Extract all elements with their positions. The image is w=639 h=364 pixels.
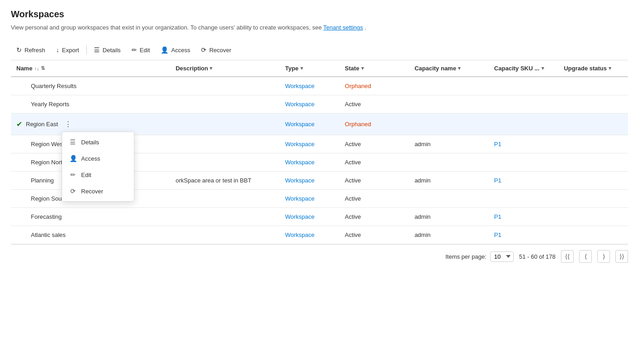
- context-recover[interactable]: ⟳ Recover: [62, 183, 134, 199]
- col-header-name[interactable]: Name ↑↓ ⇅: [11, 60, 170, 77]
- filter-icon-name: ⇅: [41, 65, 45, 71]
- type-value: Workspace: [285, 83, 315, 89]
- col-header-upgrade-status[interactable]: Upgrade status ▾: [558, 60, 628, 77]
- cell-capacity-sku: P1: [489, 226, 559, 244]
- workspace-name: Yearly Reports: [31, 101, 69, 108]
- page-container: Workspaces View personal and group works…: [0, 0, 639, 277]
- per-page-select[interactable]: 10 25 50 100: [490, 251, 514, 262]
- refresh-button[interactable]: ↻ Refresh: [11, 44, 51, 56]
- items-per-page: Items per page: 10 25 50 100: [445, 251, 513, 262]
- workspace-name: Region North: [31, 159, 66, 166]
- tenant-settings-link[interactable]: Tenant settings: [323, 24, 363, 31]
- col-header-state[interactable]: State ▾: [339, 60, 409, 77]
- cell-capacity-name: [409, 77, 488, 95]
- cell-type: Workspace: [280, 208, 339, 226]
- cell-capacity-sku: [489, 95, 559, 113]
- cell-upgrade-status: [558, 208, 628, 226]
- cell-type: Workspace: [280, 113, 339, 135]
- state-value: Orphaned: [345, 83, 371, 89]
- more-actions-button[interactable]: ⋮: [62, 119, 74, 129]
- capacity-sku-value: P1: [494, 177, 501, 184]
- col-header-description[interactable]: Description ▾: [170, 60, 280, 77]
- edit-menu-label: Edit: [81, 172, 91, 178]
- cell-upgrade-status: [558, 135, 628, 153]
- cell-capacity-sku: [489, 153, 559, 172]
- workspaces-table-container: Name ↑↓ ⇅ Description ▾ Type: [11, 60, 628, 244]
- context-details[interactable]: ☰ Details: [62, 134, 134, 150]
- col-header-type[interactable]: Type ▾: [280, 60, 339, 77]
- cell-capacity-name: admin: [409, 172, 488, 190]
- cell-description: [170, 226, 280, 244]
- page-range: 51 - 60 of 178: [519, 253, 555, 260]
- cell-state: Active: [339, 190, 409, 208]
- cell-description: [170, 208, 280, 226]
- type-value: Workspace: [285, 231, 315, 238]
- table-row[interactable]: ForecastingWorkspaceActiveadminP1: [11, 208, 628, 226]
- access-icon: 👤: [161, 46, 168, 54]
- prev-page-button[interactable]: ⟨: [579, 250, 592, 263]
- state-value: Active: [345, 159, 361, 166]
- cell-description: [170, 95, 280, 113]
- workspace-name: Region South: [31, 195, 67, 202]
- access-button[interactable]: 👤 Access: [155, 44, 196, 56]
- cell-name: Atlantic sales: [11, 226, 170, 244]
- access-menu-label: Access: [81, 155, 100, 162]
- workspace-name: Planning: [31, 177, 54, 184]
- context-edit[interactable]: ✏ Edit: [62, 167, 134, 183]
- edit-button[interactable]: ✏ Edit: [126, 44, 155, 56]
- cell-state: Active: [339, 172, 409, 190]
- col-header-capacity-name[interactable]: Capacity name ▾: [409, 60, 488, 77]
- cell-capacity-name: [409, 153, 488, 172]
- col-header-capacity-sku[interactable]: Capacity SKU ... ▾: [489, 60, 559, 77]
- filter-icon-state: ▾: [361, 65, 364, 71]
- context-access[interactable]: 👤 Access: [62, 150, 134, 167]
- table-row[interactable]: Yearly ReportsWorkspaceActive: [11, 95, 628, 113]
- cell-state: Active: [339, 208, 409, 226]
- filter-icon-cap-sku: ▾: [541, 65, 544, 71]
- edit-icon: ✏: [132, 46, 137, 54]
- state-value: Active: [345, 141, 361, 148]
- cell-upgrade-status: [558, 113, 628, 135]
- type-value: Workspace: [285, 121, 315, 128]
- more-menu-wrapper: ⋮ ☰ Details 👤 Access ✏ Edit ⟳: [62, 119, 74, 129]
- edit-menu-icon: ✏: [69, 171, 77, 178]
- filter-icon-type: ▾: [300, 65, 303, 71]
- cell-type: Workspace: [280, 190, 339, 208]
- details-menu-icon: ☰: [69, 138, 77, 146]
- table-row[interactable]: ✔Region East ⋮ ☰ Details 👤 Access ✏ Edit: [11, 113, 628, 135]
- export-icon: ↓: [56, 46, 59, 54]
- workspace-name: Quarterly Results: [31, 83, 76, 89]
- recover-menu-label: Recover: [81, 188, 103, 195]
- workspaces-table: Name ↑↓ ⇅ Description ▾ Type: [11, 60, 628, 244]
- first-page-button[interactable]: ⟨⟨: [561, 250, 574, 263]
- cell-name: Forecasting: [11, 208, 170, 226]
- cell-description: orkSpace area or test in BBT: [170, 172, 280, 190]
- cell-description: [170, 113, 280, 135]
- cell-capacity-name: [409, 113, 488, 135]
- recover-button[interactable]: ⟳ Recover: [196, 44, 236, 56]
- cell-name: ✔Region East ⋮ ☰ Details 👤 Access ✏ Edit: [11, 113, 170, 135]
- toolbar: ↻ Refresh ↓ Export ☰ Details ✏ Edit 👤 Ac…: [11, 40, 628, 60]
- table-row[interactable]: Atlantic salesWorkspaceActiveadminP1: [11, 226, 628, 244]
- cell-name: Quarterly Results: [11, 77, 170, 95]
- state-value: Active: [345, 101, 361, 108]
- cell-type: Workspace: [280, 172, 339, 190]
- cell-state: Orphaned: [339, 113, 409, 135]
- cell-capacity-sku: [489, 190, 559, 208]
- state-value: Active: [345, 195, 361, 202]
- cell-type: Workspace: [280, 95, 339, 113]
- cell-description: [170, 77, 280, 95]
- export-button[interactable]: ↓ Export: [51, 44, 85, 56]
- next-page-button[interactable]: ⟩: [597, 250, 610, 263]
- workspace-name: Region East: [26, 121, 58, 128]
- state-value: Active: [345, 213, 361, 220]
- table-row[interactable]: Quarterly ResultsWorkspaceOrphaned: [11, 77, 628, 95]
- cell-name: Yearly Reports: [11, 95, 170, 113]
- filter-icon-upgrade: ▾: [609, 65, 611, 71]
- details-menu-label: Details: [81, 139, 99, 146]
- recover-icon: ⟳: [201, 46, 206, 54]
- state-value: Active: [345, 231, 361, 238]
- details-button[interactable]: ☰ Details: [88, 44, 126, 56]
- last-page-button[interactable]: ⟩⟩: [615, 250, 628, 263]
- cell-capacity-sku: P1: [489, 135, 559, 153]
